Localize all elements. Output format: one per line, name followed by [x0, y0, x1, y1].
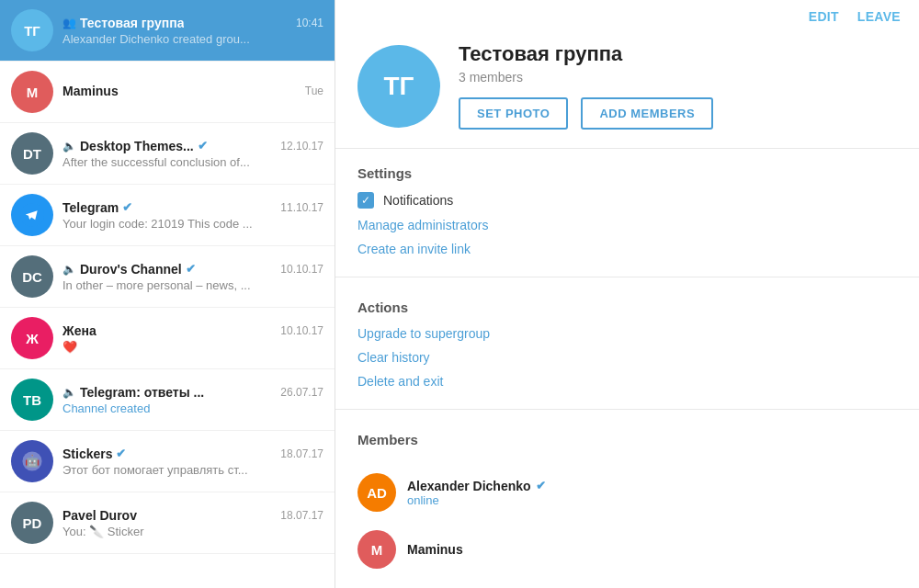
add-members-button[interactable]: ADD MEMBERS	[581, 97, 713, 130]
member-name-0: Alexander Dichenko ✔	[407, 479, 546, 493]
header-actions: EDIT LEAVE	[335, 0, 919, 24]
chat-info-durov-channel: 🔈 Durov's Channel ✔ 10.10.17 In other – …	[62, 262, 323, 292]
chat-item-zhena[interactable]: Ж Жена 10.10.17 ❤️	[0, 308, 335, 369]
chat-time-durov-channel: 10.10.17	[280, 263, 323, 276]
member-avatar-1: M	[357, 530, 396, 569]
chat-item-desktop-themes[interactable]: DT 🔈 Desktop Themes... ✔ 12.10.17 After …	[0, 123, 335, 185]
chat-preview-pavel-durov: You: 🔪 Sticker	[62, 525, 323, 538]
chat-item-durov-channel[interactable]: DC 🔈 Durov's Channel ✔ 10.10.17 In other…	[0, 246, 335, 308]
chat-time-testgroup: 10:41	[296, 17, 323, 29]
detail-panel: EDIT LEAVE ТГ Тестовая группа 3 members …	[335, 0, 919, 588]
chat-preview-testgroup: Alexander Dichenko created grou...	[62, 32, 323, 46]
group-name: Тестовая группа	[459, 42, 897, 66]
chat-avatar-pavel-durov: PD	[11, 502, 53, 544]
manage-admins-link[interactable]: Manage administrators	[357, 218, 897, 232]
chat-name-maminus: Maminus	[62, 84, 119, 98]
chat-preview-durov-channel: In other – more personal – news, ...	[62, 278, 323, 292]
member-info-1: Maminus	[407, 542, 463, 557]
chat-item-maminus[interactable]: M Maminus Tue	[0, 62, 335, 123]
chat-info-testgroup: 👥 Тестовая группа 10:41 Alexander Dichen…	[62, 16, 323, 46]
chat-name-telegram: Telegram ✔	[62, 200, 132, 215]
chat-name-durov-channel: 🔈 Durov's Channel ✔	[62, 262, 196, 277]
chat-name-zhena: Жена	[62, 323, 96, 338]
chat-item-pavel-durov[interactable]: PD Pavel Durov 18.07.17 You: 🔪 Sticker	[0, 492, 335, 554]
member-avatar-0: AD	[357, 473, 396, 512]
chat-name-stickers: Stickers ✔	[62, 447, 126, 461]
chat-time-zhena: 10.10.17	[280, 324, 323, 337]
group-avatar: ТГ	[357, 45, 440, 128]
chat-info-pavel-durov: Pavel Durov 18.07.17 You: 🔪 Sticker	[62, 508, 323, 538]
chat-time-telegram-otvety: 26.07.17	[280, 386, 323, 399]
chat-avatar-desktop-themes: DT	[11, 132, 53, 175]
chat-name-desktop-themes: 🔈 Desktop Themes... ✔	[62, 139, 208, 153]
group-header: ТГ Тестовая группа 3 members SET PHOTO A…	[335, 24, 919, 149]
svg-text:🤖: 🤖	[25, 453, 40, 469]
clear-history-link[interactable]: Clear history	[357, 350, 897, 365]
group-action-buttons: SET PHOTO ADD MEMBERS	[459, 97, 897, 130]
group-avatar-text: ТГ	[384, 72, 414, 101]
delete-exit-link[interactable]: Delete and exit	[357, 374, 897, 389]
divider-2	[335, 409, 919, 410]
chat-avatar-telegram-otvety: ТВ	[11, 379, 53, 421]
members-section: Members	[335, 415, 919, 464]
chat-info-telegram: Telegram ✔ 11.10.17 Your login code: 210…	[62, 200, 323, 231]
invite-link-link[interactable]: Create an invite link	[357, 242, 897, 256]
members-title: Members	[357, 432, 897, 447]
chat-name-telegram-otvety: 🔈 Telegram: ответы ...	[62, 385, 204, 400]
chat-time-pavel-durov: 18.07.17	[280, 509, 323, 522]
edit-button[interactable]: EDIT	[809, 9, 839, 24]
chat-info-desktop-themes: 🔈 Desktop Themes... ✔ 12.10.17 After the…	[62, 139, 323, 169]
chat-info-zhena: Жена 10.10.17 ❤️	[62, 323, 323, 354]
settings-section: Settings ✓ Notifications Manage administ…	[335, 149, 919, 271]
chat-name-pavel-durov: Pavel Durov	[62, 508, 137, 523]
chat-avatar-maminus: M	[11, 71, 53, 113]
chat-time-stickers: 18.07.17	[280, 447, 323, 460]
members-list: AD Alexander Dichenko ✔ online M Maminus	[335, 464, 919, 578]
chat-time-telegram: 11.10.17	[280, 201, 323, 214]
chat-time-maminus: Tue	[305, 85, 323, 97]
upgrade-supergroup-link[interactable]: Upgrade to supergroup	[357, 326, 897, 341]
chat-item-telegram[interactable]: Telegram ✔ 11.10.17 Your login code: 210…	[0, 185, 335, 246]
chat-preview-zhena: ❤️	[62, 340, 323, 354]
divider-1	[335, 277, 919, 277]
chat-preview-stickers: Этот бот помогает управлять ст...	[62, 463, 323, 477]
notifications-row: ✓ Notifications	[357, 192, 897, 209]
chat-item-stickers[interactable]: 🤖 Stickers ✔ 18.07.17 Этот бот помогает …	[0, 431, 335, 492]
chat-avatar-testgroup: ТГ	[11, 9, 53, 51]
member-info-0: Alexander Dichenko ✔ online	[407, 479, 546, 507]
chat-preview-telegram-otvety: Channel created	[62, 401, 323, 415]
chat-preview-telegram: Your login code: 21019 This code ...	[62, 217, 323, 231]
notifications-checkbox[interactable]: ✓	[357, 192, 374, 209]
chat-avatar-durov-channel: DC	[11, 255, 53, 298]
chat-name-testgroup: 👥 Тестовая группа	[62, 16, 184, 30]
member-status-0: online	[407, 493, 546, 507]
chat-list: ТГ 👥 Тестовая группа 10:41 Alexander Dic…	[0, 0, 335, 588]
group-members: 3 members	[459, 70, 897, 85]
chat-item-telegram-otvety[interactable]: ТВ 🔈 Telegram: ответы ... 26.07.17 Chann…	[0, 369, 335, 431]
chat-avatar-telegram	[11, 194, 53, 236]
member-item-1[interactable]: M Maminus	[335, 521, 919, 578]
chat-info-stickers: Stickers ✔ 18.07.17 Этот бот помогает уп…	[62, 447, 323, 477]
chat-item-testgroup[interactable]: ТГ 👥 Тестовая группа 10:41 Alexander Dic…	[0, 0, 335, 62]
notifications-label: Notifications	[383, 193, 453, 208]
chat-time-desktop-themes: 12.10.17	[280, 140, 323, 153]
actions-section: Actions Upgrade to supergroup Clear hist…	[335, 283, 919, 403]
chat-info-maminus: Maminus Tue	[62, 84, 323, 100]
chat-avatar-stickers: 🤖	[11, 440, 53, 482]
member-name-1: Maminus	[407, 542, 463, 557]
chat-info-telegram-otvety: 🔈 Telegram: ответы ... 26.07.17 Channel …	[62, 385, 323, 415]
set-photo-button[interactable]: SET PHOTO	[459, 97, 568, 130]
group-info: Тестовая группа 3 members SET PHOTO ADD …	[459, 42, 897, 130]
chat-preview-desktop-themes: After the successful conclusion of...	[62, 155, 323, 169]
settings-title: Settings	[357, 165, 897, 181]
chat-avatar-zhena: Ж	[11, 317, 53, 359]
actions-title: Actions	[357, 300, 897, 315]
leave-button[interactable]: LEAVE	[857, 9, 901, 24]
member-item-0[interactable]: AD Alexander Dichenko ✔ online	[335, 464, 919, 521]
